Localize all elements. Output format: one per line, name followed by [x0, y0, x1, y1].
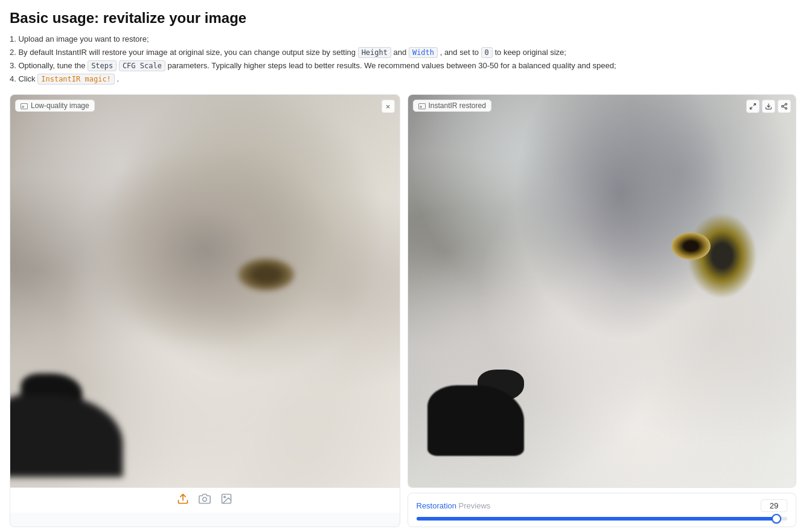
share-button[interactable]	[778, 100, 791, 113]
wolf-nose-blurry	[21, 374, 83, 415]
restoration-title: Restoration Previews	[417, 501, 491, 510]
download-button[interactable]	[762, 100, 775, 113]
low-quality-image	[10, 95, 400, 487]
left-panel-label: Low-quality image	[15, 100, 95, 112]
slider-track	[417, 517, 788, 521]
restoration-controls: Restoration Previews 29	[408, 493, 797, 527]
wolf-sharp-image	[408, 95, 796, 487]
camera-icon[interactable]	[199, 493, 211, 508]
restored-image-icon	[418, 103, 426, 109]
wolf-nose-sharp	[478, 370, 524, 401]
wolf-eye-blurry	[237, 258, 295, 292]
svg-line-8	[783, 107, 785, 108]
svg-line-9	[783, 105, 785, 106]
svg-point-5	[785, 103, 787, 105]
upload-icon[interactable]	[177, 493, 189, 508]
svg-point-1	[203, 498, 207, 502]
left-image-panel: Low-quality image ×	[10, 94, 400, 527]
restored-image	[408, 95, 796, 487]
instruction-3: 3. Optionally, tune the Steps CFG Scale …	[10, 59, 796, 72]
svg-point-7	[785, 107, 787, 109]
left-panel-toolbar	[10, 487, 400, 513]
svg-point-3	[224, 496, 226, 498]
right-panel-label: InstantIR restored	[413, 100, 491, 112]
slider-fill	[417, 517, 776, 521]
image-gallery-icon[interactable]	[220, 493, 232, 508]
restoration-header: Restoration Previews 29	[417, 499, 788, 512]
instruction-4: 4. Click InstantIR magic! .	[10, 72, 796, 86]
close-button[interactable]: ×	[382, 100, 395, 113]
instruction-1: 1. Upload an image you want to restore;	[10, 33, 796, 46]
slider-value: 29	[761, 499, 787, 512]
main-content: Low-quality image ×	[10, 94, 796, 527]
restoration-slider[interactable]	[417, 517, 788, 521]
instruction-2: 2. By default InstantIR will restore you…	[10, 46, 796, 59]
image-icon	[21, 103, 28, 109]
expand-button[interactable]	[746, 100, 760, 113]
right-panel: InstantIR restored	[408, 94, 797, 527]
right-image-panel: InstantIR restored	[408, 94, 797, 488]
wolf-blurry-image	[10, 95, 400, 487]
wolf-eye-sharp	[671, 232, 710, 260]
slider-thumb[interactable]	[772, 514, 781, 524]
right-panel-actions	[746, 100, 791, 113]
instructions-block: 1. Upload an image you want to restore; …	[10, 33, 796, 86]
page-title: Basic usage: revitalize your image	[10, 10, 796, 27]
svg-point-6	[782, 106, 784, 107]
